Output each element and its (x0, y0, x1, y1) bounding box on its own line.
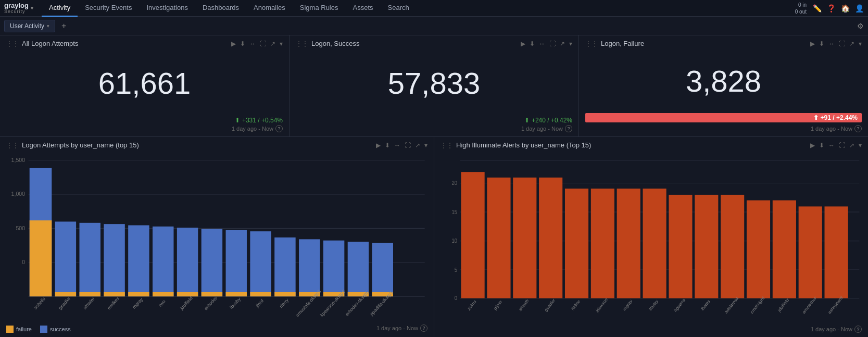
bar-jdawson[interactable] (591, 189, 614, 298)
nav-item-dashboards[interactable]: Dashboards (195, 0, 246, 17)
bar-success-lbusby[interactable] (226, 230, 247, 296)
download-icon[interactable]: ⬇ (385, 142, 390, 149)
external-icon[interactable]: ↗ (849, 142, 854, 149)
alert-icon: ⬆ (813, 114, 820, 121)
fullscreen-icon[interactable]: ⛶ (839, 142, 845, 149)
bar-success-sfowler[interactable] (80, 223, 100, 296)
play-icon[interactable]: ▶ (521, 40, 525, 47)
nav-item-assets[interactable]: Assets (345, 0, 380, 17)
expand-icon[interactable]: ↔ (394, 142, 400, 149)
expand-icon[interactable]: ↔ (539, 40, 545, 47)
help-circle[interactable]: ? (565, 125, 572, 132)
more-icon[interactable]: ▾ (859, 40, 862, 47)
bar-success-ppadilla[interactable] (372, 243, 393, 296)
bar-failure-mgray[interactable] (128, 292, 149, 296)
bar-failure-ewilkes[interactable] (104, 292, 124, 296)
help-icon[interactable]: ❓ (827, 4, 836, 13)
bar-mgray2[interactable] (617, 189, 640, 298)
play-icon[interactable]: ▶ (231, 40, 236, 47)
expand-icon[interactable]: ↔ (249, 40, 256, 47)
bar-success-rferry[interactable] (274, 238, 295, 296)
card-header: ⋮⋮ High Illuminate Alerts by user_name (… (441, 141, 862, 149)
bar-failure-rwu[interactable] (153, 292, 173, 296)
expand-icon[interactable]: ↔ (828, 142, 835, 149)
bar-success-ewilkes[interactable] (104, 224, 124, 296)
nav-item-anomalies[interactable]: Anomalies (246, 0, 293, 17)
bar-tfarley[interactable] (643, 189, 666, 298)
play-icon[interactable]: ▶ (376, 142, 381, 149)
bar-jduffield2[interactable] (773, 201, 796, 298)
bar-failure-erhodes[interactable] (202, 292, 222, 296)
bar-zsims[interactable] (461, 172, 485, 298)
nav-item-security-events[interactable]: Security Events (78, 0, 139, 17)
external-icon[interactable]: ↗ (560, 40, 565, 47)
user-icon[interactable]: 👤 (855, 4, 864, 13)
trend-icon: ⬆ (235, 117, 240, 124)
bar-adelarosa[interactable] (721, 195, 744, 298)
bar-success-gsadler[interactable] (55, 221, 76, 296)
play-icon[interactable]: ▶ (810, 142, 815, 149)
bar-success-rwu[interactable] (153, 227, 173, 296)
bar-failure-rferry[interactable] (274, 292, 295, 296)
bar-sheath[interactable] (513, 178, 536, 298)
bar-amcarthur[interactable] (799, 206, 822, 298)
download-icon[interactable]: ⬇ (240, 40, 245, 47)
more-icon[interactable]: ▾ (280, 40, 283, 47)
bar-success-cmustafa[interactable] (299, 239, 320, 296)
bar-cmcknight[interactable] (747, 201, 770, 298)
logo-area[interactable]: graylog Security ▾ (4, 2, 33, 14)
play-icon[interactable]: ▶ (810, 40, 815, 47)
bar-success-jford[interactable] (250, 231, 271, 296)
svg-text:jford: jford (255, 298, 265, 309)
nav-item-investigations[interactable]: Investigations (139, 0, 195, 17)
user-activity-tab[interactable]: User Activity ▾ (4, 20, 55, 32)
bar-failure-jduffield[interactable] (177, 292, 198, 296)
bar-failure-sshells[interactable] (30, 220, 52, 296)
edit-icon[interactable]: ✏️ (813, 4, 822, 13)
download-icon[interactable]: ⬇ (819, 40, 824, 47)
external-icon[interactable]: ↗ (415, 142, 420, 149)
download-icon[interactable]: ⬇ (530, 40, 535, 47)
bar-hkline[interactable] (565, 189, 588, 298)
fullscreen-icon[interactable]: ⛶ (405, 142, 411, 149)
help-circle-chart1[interactable]: ? (420, 324, 427, 332)
help-circle[interactable]: ? (854, 125, 862, 132)
bar-lbates[interactable] (695, 195, 718, 298)
settings-icon[interactable]: ⚙ (857, 22, 864, 30)
nav-item-sigma-rules[interactable]: Sigma Rules (293, 0, 346, 17)
bar-asheppard[interactable] (825, 206, 848, 298)
bar-success-erhodes2[interactable] (348, 242, 369, 296)
bar-success-kpearson[interactable] (323, 241, 344, 296)
bar-success-mgray[interactable] (128, 225, 149, 296)
more-icon[interactable]: ▾ (859, 142, 862, 149)
card-logon-failure: ⋮⋮ Logon, Failure ▶ ⬇ ↔ ⛶ ↗ ▾ 3,828 ⬆ +9… (579, 35, 868, 136)
bar-gsadler2[interactable] (539, 178, 562, 298)
bar-failure-lbusby[interactable] (226, 292, 247, 296)
bar-failure-jford[interactable] (250, 292, 271, 296)
bar-failure-sfowler[interactable] (80, 292, 100, 296)
add-tab-button[interactable]: + (59, 21, 68, 31)
fullscreen-icon[interactable]: ⛶ (549, 40, 556, 47)
second-bar: User Activity ▾ + ⚙ (0, 17, 868, 35)
external-icon[interactable]: ↗ (270, 40, 275, 47)
expand-icon[interactable]: ↔ (828, 40, 835, 47)
bar-success-jduffield[interactable] (177, 228, 198, 296)
help-circle-chart2[interactable]: ? (854, 326, 862, 333)
home-icon[interactable]: 🏠 (841, 4, 850, 13)
download-icon[interactable]: ⬇ (819, 142, 824, 149)
bar-failure-gsadler[interactable] (55, 292, 76, 296)
help-circle[interactable]: ? (275, 125, 283, 132)
bar-hguerra[interactable] (669, 195, 692, 298)
metric-value: 61,661 (6, 49, 283, 117)
nav-item-search[interactable]: Search (381, 0, 417, 17)
nav-item-activity[interactable]: Activity (42, 0, 78, 17)
more-icon[interactable]: ▾ (424, 142, 427, 149)
logo-caret[interactable]: ▾ (31, 5, 33, 11)
card-header: ⋮⋮ Logon, Success ▶ ⬇ ↔ ⛶ ↗ ▾ (296, 40, 572, 47)
bar-success-erhodes[interactable] (202, 229, 222, 296)
external-icon[interactable]: ↗ (849, 40, 854, 47)
fullscreen-icon[interactable]: ⛶ (839, 40, 845, 47)
more-icon[interactable]: ▾ (569, 40, 572, 47)
fullscreen-icon[interactable]: ⛶ (260, 40, 266, 47)
bar-glynn[interactable] (487, 178, 510, 298)
